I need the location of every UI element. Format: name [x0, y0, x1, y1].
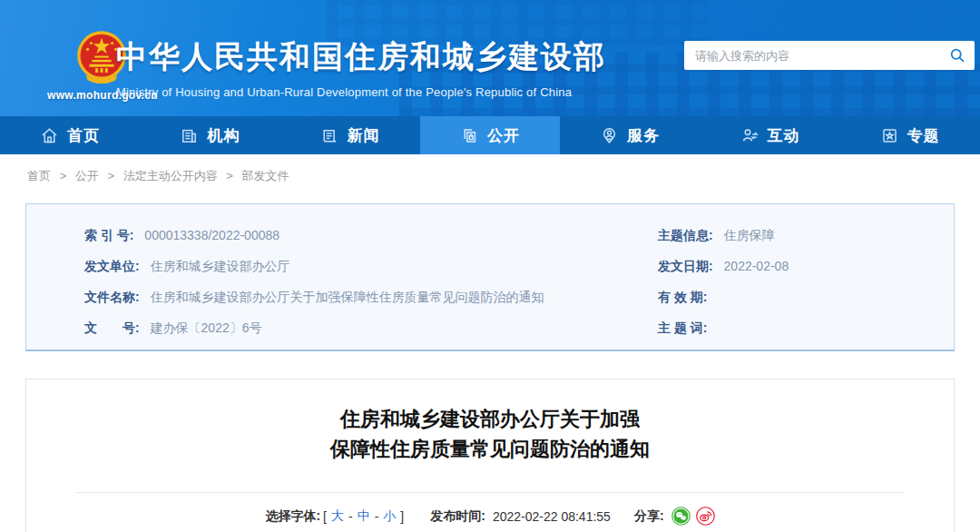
nav-tab-organization-label: 机构	[207, 125, 240, 146]
info-label: 主 题 词:	[658, 320, 707, 335]
document-info-right-column: 主题信息: 住房保障 发文日期: 2022-02-08 有 效 期: 主 题 词…	[614, 227, 954, 350]
article-divider	[75, 492, 905, 493]
info-label: 文 号:	[84, 320, 140, 335]
article-title: 住房和城乡建设部办公厅关于加强 保障性住房质量常见问题防治的通知	[26, 404, 954, 464]
info-row-keywords: 主 题 词:	[658, 320, 954, 337]
nav-tab-home[interactable]: 首页	[0, 116, 140, 154]
disclosure-icon	[460, 126, 479, 145]
publish-time-value: 2022-02-22 08:41:55	[493, 509, 611, 524]
search-icon[interactable]	[949, 47, 965, 64]
info-value: 000013338/2022-00088	[144, 228, 279, 242]
breadcrumb-home[interactable]: 首页	[27, 169, 51, 182]
news-icon	[320, 126, 339, 145]
info-value: 建办保〔2022〕6号	[151, 320, 262, 335]
document-info-panel: 索 引 号: 000013338/2022-00088 发文单位: 住房和城乡建…	[25, 203, 955, 351]
font-select-label: 选择字体:	[265, 508, 320, 525]
article-title-line2: 保障性住房质量常见问题防治的通知	[26, 434, 954, 464]
nav-tab-topics[interactable]: 专题	[840, 116, 980, 154]
search-input[interactable]	[695, 49, 949, 63]
home-icon	[40, 126, 59, 145]
breadcrumb-separator: >	[226, 169, 233, 182]
nav-tab-organization[interactable]: 机构	[140, 116, 279, 154]
info-value: 住房和城乡建设部办公厅	[151, 259, 290, 273]
breadcrumb: 首页 > 公开 > 法定主动公开内容 > 部发文件	[27, 168, 980, 184]
font-size-separator: -	[375, 509, 379, 524]
site-titles: 中华人民共和国住房和城乡建设部 Ministry of Housing and …	[116, 36, 606, 99]
info-row-topic-info: 主题信息: 住房保障	[658, 227, 954, 244]
breadcrumb-statutory-content[interactable]: 法定主动公开内容	[123, 169, 218, 182]
font-size-small-link[interactable]: 小	[383, 508, 396, 525]
share-label: 分享:	[634, 508, 664, 525]
organization-icon	[180, 126, 199, 145]
info-row-document-number: 文 号: 建办保〔2022〕6号	[84, 320, 614, 337]
info-value: 住房保障	[724, 228, 775, 242]
site-header: www.mohurd.gov.cn 中华人民共和国住房和城乡建设部 Minist…	[0, 0, 980, 116]
font-size-large-link[interactable]: 大	[331, 508, 344, 525]
article-meta-row: 选择字体: [ 大 - 中 - 小 ] 发布时间: 2022-02-22 08:…	[26, 507, 954, 526]
share-icons	[671, 507, 715, 526]
nav-tab-services[interactable]: 服务	[560, 116, 700, 154]
info-row-index-number: 索 引 号: 000013338/2022-00088	[84, 227, 614, 244]
breadcrumb-separator: >	[60, 169, 67, 182]
article-title-line1: 住房和城乡建设部办公厅关于加强	[26, 404, 954, 434]
breadcrumb-separator: >	[107, 169, 114, 182]
nav-tab-disclosure[interactable]: 公开	[420, 116, 560, 154]
document-info-left-column: 索 引 号: 000013338/2022-00088 发文单位: 住房和城乡建…	[26, 227, 614, 350]
interaction-icon	[740, 126, 760, 145]
info-row-validity-period: 有 效 期:	[658, 289, 954, 306]
bracket-open: [	[323, 509, 327, 524]
font-size-separator: -	[348, 509, 353, 524]
article-panel: 住房和城乡建设部办公厅关于加强 保障性住房质量常见问题防治的通知 选择字体: […	[25, 379, 955, 532]
nav-tab-topics-label: 专题	[907, 125, 940, 146]
services-icon	[600, 126, 619, 145]
nav-tab-services-label: 服务	[627, 125, 660, 146]
info-label: 有 效 期:	[658, 290, 707, 304]
site-title-chinese: 中华人民共和国住房和城乡建设部	[116, 36, 606, 78]
info-row-issuing-unit: 发文单位: 住房和城乡建设部办公厅	[84, 258, 614, 275]
site-title-english: Ministry of Housing and Urban-Rural Deve…	[116, 85, 606, 99]
breadcrumb-ministry-documents[interactable]: 部发文件	[242, 169, 289, 182]
nav-tab-interaction-label: 互动	[768, 125, 800, 146]
info-label: 主题信息:	[658, 228, 713, 242]
nav-tab-interaction[interactable]: 互动	[700, 116, 839, 154]
nav-tab-news[interactable]: 新闻	[280, 116, 420, 154]
info-value: 住房和城乡建设部办公厅关于加强保障性住房质量常见问题防治的通知	[151, 290, 544, 304]
search-box	[684, 41, 975, 70]
info-label: 文件名称:	[84, 290, 140, 304]
nav-tab-disclosure-label: 公开	[487, 125, 520, 146]
breadcrumb-disclosure[interactable]: 公开	[75, 169, 99, 182]
info-label: 发文日期:	[658, 259, 713, 273]
info-label: 发文单位:	[84, 259, 140, 273]
main-navigation: 首页 机构 新闻 公开 服务 互动 专题	[0, 116, 980, 154]
publish-time-label: 发布时间:	[430, 508, 485, 525]
info-label: 索 引 号:	[84, 228, 133, 242]
topics-icon	[880, 126, 899, 145]
info-value: 2022-02-08	[724, 259, 789, 273]
font-size-medium-link[interactable]: 中	[358, 508, 370, 525]
bracket-close: ]	[400, 509, 404, 524]
wechat-share-icon[interactable]	[671, 507, 691, 526]
nav-tab-home-label: 首页	[67, 125, 100, 146]
nav-tab-news-label: 新闻	[348, 125, 380, 146]
weibo-share-icon[interactable]	[696, 507, 715, 526]
info-row-issue-date: 发文日期: 2022-02-08	[658, 258, 954, 275]
info-row-document-name: 文件名称: 住房和城乡建设部办公厅关于加强保障性住房质量常见问题防治的通知	[84, 289, 614, 306]
